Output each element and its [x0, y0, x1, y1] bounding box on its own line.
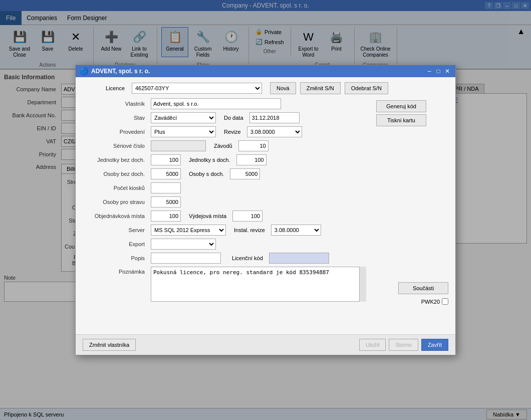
pwk20-label: PWK20	[421, 299, 440, 305]
export-label: Export	[83, 241, 148, 247]
licence-select[interactable]: 462507-03YY	[132, 83, 262, 94]
instal-revize-select[interactable]: 3.08.0000	[271, 225, 321, 236]
osoby-s-doch-input[interactable]	[230, 168, 260, 179]
modal-icon: 🔵	[80, 67, 88, 75]
zmenit-sn-button[interactable]: Změnit S/N	[300, 82, 341, 94]
textarea-scrollbar[interactable]	[359, 267, 366, 302]
tiskni-kartu-button[interactable]: Tiskni kartu	[376, 114, 426, 126]
ulozit-button[interactable]: Uložit	[359, 339, 386, 351]
objednavkova-mista-input[interactable]	[151, 211, 181, 222]
zavodu-input[interactable]	[238, 140, 269, 151]
jednotky-s-doch-input[interactable]	[236, 154, 267, 165]
stav-label: Stav	[83, 115, 148, 121]
server-label: Server	[83, 227, 148, 233]
odebrat-sn-button[interactable]: Odebrat S/N	[345, 82, 388, 94]
vydejova-mista-input[interactable]	[232, 211, 262, 222]
modal-minimize-btn[interactable]: –	[425, 67, 433, 75]
licencni-kod-label: Licenční kód	[232, 255, 263, 261]
zavrit-button[interactable]: Zavřít	[421, 339, 448, 351]
objednavkova-mista-label: Objednávková místa	[83, 213, 148, 219]
osoby-pro-stravu-input[interactable]	[151, 196, 181, 207]
modal-overlay: 🔵 ADVENT, spol. s r. o. – □ ✕ Licence 46…	[0, 0, 531, 420]
modal-close-btn[interactable]: ✕	[443, 67, 451, 75]
osoby-bez-doch-label: Osoby bez doch.	[83, 171, 148, 177]
zmenit-vlastnika-button[interactable]: Změnit vlastníka	[83, 339, 136, 351]
server-select[interactable]: MS SQL 2012 Express	[151, 225, 226, 236]
modal-restore-btn[interactable]: □	[434, 67, 442, 75]
osoby-bez-doch-input[interactable]	[151, 168, 181, 179]
storno-button[interactable]: Storno	[389, 339, 418, 351]
zavodu-label: Závodů	[214, 143, 232, 149]
modal-titlebar: 🔵 ADVENT, spol. s r. o. – □ ✕	[76, 65, 455, 77]
stav-select[interactable]: Zaváděcí	[151, 112, 216, 123]
licencni-kod-input[interactable]	[269, 253, 329, 264]
pwk20-checkbox[interactable]	[442, 298, 448, 305]
export-select[interactable]	[151, 239, 216, 250]
osoby-s-doch-label: Osoby s doch.	[189, 171, 224, 177]
poznamka-textarea[interactable]: Pokusná licence, pro nereg. standard je …	[151, 267, 366, 302]
poznamka-label: Poznámka	[83, 267, 148, 275]
modal: 🔵 ADVENT, spol. s r. o. – □ ✕ Licence 46…	[75, 65, 456, 355]
osoby-pro-stravu-label: Osoby pro stravu	[83, 199, 148, 205]
modal-body: Licence 462507-03YY Nová Změnit S/N Odeb…	[76, 77, 455, 334]
modal-footer: Změnit vlastníka Uložit Storno Zavřít	[76, 334, 455, 355]
jednotky-bez-doch-input[interactable]	[151, 154, 181, 165]
jednotky-bez-doch-label: Jednotky bez doch.	[83, 157, 148, 163]
licence-label: Licence	[83, 85, 128, 91]
soucasti-button[interactable]: Součásti	[398, 282, 448, 294]
popis-input[interactable]	[151, 253, 221, 264]
do-data-label: Do data	[224, 115, 243, 121]
popis-label: Popis	[83, 255, 148, 261]
vydejova-mista-label: Výdejová místa	[189, 213, 226, 219]
revize-select[interactable]: 3.08.0000	[247, 126, 302, 137]
jednotky-s-doch-label: Jednotky s doch.	[189, 157, 230, 163]
instal-revize-label: Instal. revize	[234, 227, 265, 233]
vlastnik-label: Vlastník	[83, 101, 148, 107]
revize-label: Revize	[224, 129, 241, 135]
seriove-cislo-input[interactable]	[151, 140, 206, 151]
pocet-kiosku-input[interactable]	[151, 182, 181, 193]
do-data-input[interactable]	[249, 112, 300, 123]
provedeni-label: Provedení	[83, 129, 148, 135]
generuj-kod-button[interactable]: Generuj kód	[376, 100, 426, 112]
nova-button[interactable]: Nová	[270, 82, 296, 94]
vlastnik-input[interactable]	[151, 98, 281, 109]
seriove-cislo-label: Sériové číslo	[83, 143, 148, 149]
pocet-kiosku-label: Počet kiosků	[83, 185, 148, 191]
provedeni-select[interactable]: Plus	[151, 126, 216, 137]
modal-title: ADVENT, spol. s r. o.	[91, 68, 150, 75]
